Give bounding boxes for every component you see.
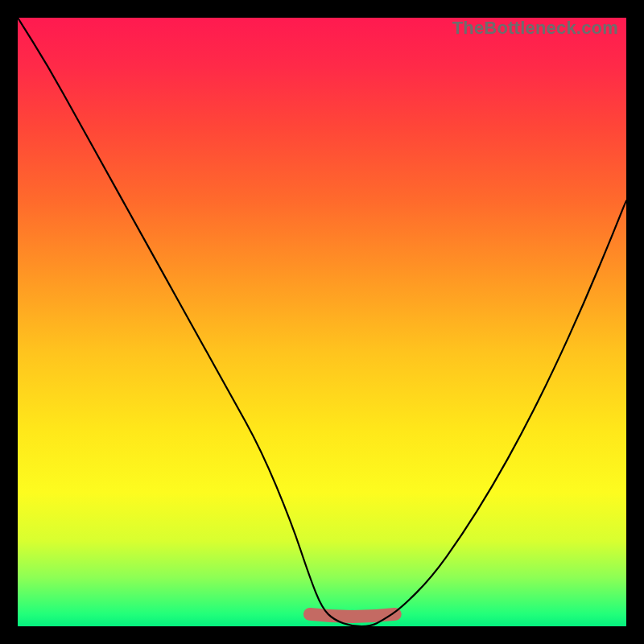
bottleneck-curve	[18, 18, 626, 626]
optimal-range-marker	[310, 614, 395, 617]
chart-frame: TheBottleneck.com	[0, 0, 644, 644]
curve-svg	[18, 18, 626, 626]
plot-area: TheBottleneck.com	[18, 18, 626, 626]
